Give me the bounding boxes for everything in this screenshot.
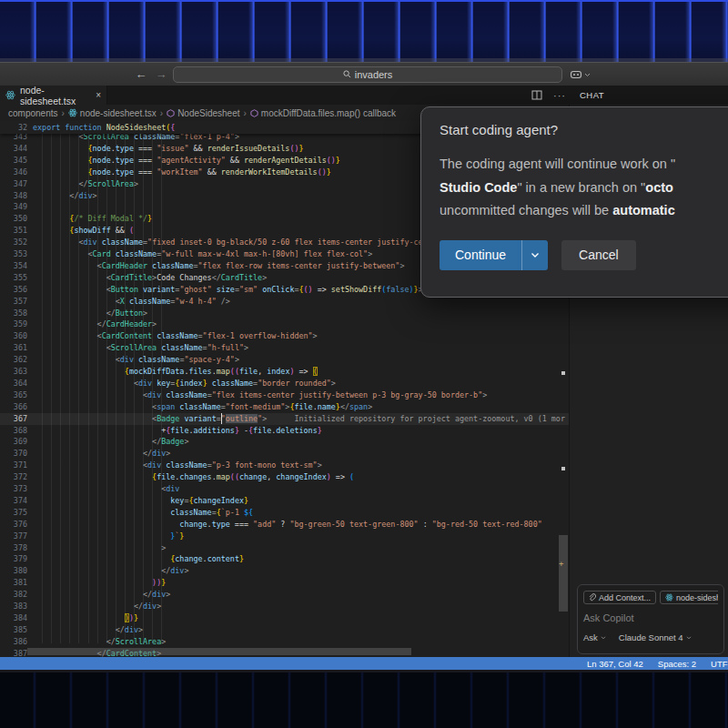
back-arrow-icon[interactable]: ← bbox=[133, 66, 149, 84]
breadcrumb-item[interactable]: mockDiffData.files.map() callback bbox=[250, 108, 396, 118]
dialog-body-line: uncommitted changes will be automatic bbox=[440, 199, 728, 223]
split-editor-icon[interactable] bbox=[531, 90, 542, 100]
code-text: ))} bbox=[27, 612, 138, 624]
code-text: </Badge> bbox=[27, 436, 188, 448]
line-number: 368 bbox=[0, 425, 27, 437]
code-line[interactable]: 360 <CardContent className="flex-1 overf… bbox=[0, 330, 569, 342]
line-number: 32 bbox=[0, 121, 27, 134]
continue-button[interactable]: Continue bbox=[440, 240, 548, 270]
react-icon bbox=[665, 593, 673, 602]
vertical-scrollbar[interactable] bbox=[559, 535, 568, 612]
line-number: 348 bbox=[0, 190, 27, 202]
code-text: <div className="p-3 font-mono text-sm"> bbox=[27, 460, 322, 471]
code-text: <ScrollArea className="h-full"> bbox=[27, 342, 248, 354]
code-line[interactable]: 380 </div> bbox=[0, 565, 569, 577]
line-number: 359 bbox=[0, 318, 27, 330]
code-line[interactable]: 372 {file.changes.map((change, changeInd… bbox=[0, 471, 569, 483]
code-line[interactable]: 370 </div> bbox=[0, 448, 569, 460]
tab-bar: node-sidesheet.tsx × ··· CHAT bbox=[0, 86, 728, 105]
code-line[interactable]: 358 </Button> bbox=[0, 308, 569, 319]
code-text: }`} bbox=[27, 531, 184, 542]
context-file-chip[interactable]: node-sidesheet.tsx bbox=[660, 591, 718, 604]
line-number: 381 bbox=[0, 577, 27, 589]
more-actions-icon[interactable]: ··· bbox=[553, 90, 566, 101]
statusbar-item[interactable]: UTF-8 bbox=[711, 659, 728, 669]
dialog-title: Start coding agent? bbox=[440, 122, 728, 137]
chat-input-box[interactable]: Add Context... node-sidesheet.tsx Ask Co… bbox=[577, 584, 724, 654]
breadcrumb-label: node-sidesheet.tsx bbox=[80, 108, 157, 118]
code-line[interactable]: 386 </ScrollArea> bbox=[0, 636, 569, 648]
code-line[interactable]: 362 <div className="space-y-4"> bbox=[0, 354, 569, 366]
code-text: {mockDiffData.files.map((file, index) =>… bbox=[27, 366, 318, 378]
code-text: > bbox=[27, 542, 166, 554]
chat-message-input[interactable]: Ask Copilot bbox=[583, 612, 718, 623]
search-value: invaders bbox=[355, 69, 393, 80]
search-icon bbox=[343, 70, 351, 78]
code-text: <div bbox=[27, 483, 179, 495]
panel-tab-chat[interactable]: CHAT bbox=[578, 86, 606, 106]
code-line[interactable]: 366 <span className="font-medium">{file.… bbox=[0, 401, 569, 413]
code-line[interactable]: 365 <div className="flex items-center ju… bbox=[0, 389, 569, 401]
code-line[interactable]: 369 </Badge> bbox=[0, 436, 569, 448]
breadcrumb-label: components bbox=[8, 108, 57, 118]
code-text: <div className="space-y-4"> bbox=[27, 354, 239, 366]
code-line[interactable]: 363 {mockDiffData.files.map((file, index… bbox=[0, 366, 569, 378]
breadcrumb-separator: › bbox=[160, 108, 163, 118]
horizontal-scrollbar[interactable] bbox=[27, 648, 411, 655]
code-line[interactable]: 376 change.type === "add" ? "bg-green-50… bbox=[0, 519, 569, 531]
code-line[interactable]: 384 ))} bbox=[0, 612, 569, 624]
code-line[interactable]: 368 +{file.additions} -{file.deletions} bbox=[0, 425, 569, 437]
code-line[interactable]: 379 {change.content} bbox=[0, 553, 569, 565]
code-line[interactable]: 377 }`} bbox=[0, 531, 569, 542]
line-number: 353 bbox=[0, 248, 27, 260]
add-context-button[interactable]: Add Context... bbox=[583, 591, 656, 604]
copilot-menu-button[interactable] bbox=[570, 66, 591, 83]
statusbar-item[interactable]: Spaces: 2 bbox=[658, 659, 696, 669]
forward-arrow-icon[interactable]: → bbox=[153, 66, 169, 84]
line-number: 356 bbox=[0, 284, 27, 296]
code-line[interactable]: 381 ))} bbox=[0, 577, 569, 589]
code-line[interactable]: 385 </div> bbox=[0, 624, 569, 636]
context-row: Add Context... node-sidesheet.tsx bbox=[583, 591, 718, 604]
code-line[interactable]: 373 <div bbox=[0, 483, 569, 495]
code-line[interactable]: 367 <Badge variant="outline"> Initialize… bbox=[0, 413, 569, 425]
code-line[interactable]: 382 </div> bbox=[0, 589, 569, 601]
line-number: 366 bbox=[0, 401, 27, 413]
close-icon[interactable]: × bbox=[96, 90, 101, 100]
breadcrumb-label: NodeSidesheet bbox=[177, 108, 239, 118]
status-bar: Ln 367, Col 42Spaces: 2UTF-8 bbox=[0, 657, 728, 670]
overview-ruler-marker bbox=[561, 371, 565, 375]
code-line[interactable]: 374 key={changeIndex} bbox=[0, 495, 569, 507]
continue-dropdown-button[interactable] bbox=[521, 240, 548, 270]
text-cursor bbox=[221, 413, 222, 424]
model-dropdown[interactable]: Claude Sonnet 4 bbox=[619, 632, 692, 642]
code-line[interactable]: 361 <ScrollArea className="h-full"> bbox=[0, 342, 569, 354]
statusbar-item[interactable]: Ln 367, Col 42 bbox=[587, 659, 643, 669]
code-text: {node.type === "workItem" && renderWorkI… bbox=[27, 167, 331, 178]
code-text: ))} bbox=[27, 577, 166, 589]
code-line[interactable]: 359 </CardHeader> bbox=[0, 318, 569, 330]
code-line[interactable]: 364 <div key={index} className="border r… bbox=[0, 378, 569, 389]
breadcrumb-item[interactable]: NodeSidesheet bbox=[167, 108, 239, 118]
breadcrumb-item[interactable]: node-sidesheet.tsx bbox=[68, 108, 157, 118]
code-line[interactable]: 375 className={`p-1 ${ bbox=[0, 507, 569, 519]
code-text: </div> bbox=[27, 601, 161, 612]
dialog-buttons: Continue Cancel bbox=[440, 240, 728, 270]
cancel-button[interactable]: Cancel bbox=[561, 240, 636, 270]
code-line[interactable]: 378 > bbox=[0, 542, 569, 554]
breadcrumb-separator: › bbox=[244, 108, 247, 118]
code-line[interactable]: 371 <div className="p-3 font-mono text-s… bbox=[0, 460, 569, 471]
breadcrumb-item[interactable]: components bbox=[8, 108, 57, 118]
line-number: 358 bbox=[0, 308, 27, 319]
line-number: 380 bbox=[0, 565, 27, 577]
code-text: change.type === "add" ? "bg-green-50 tex… bbox=[27, 519, 542, 531]
code-text: <div className="fixed inset-0 bg-black/5… bbox=[27, 237, 469, 248]
code-line[interactable]: 383 </div> bbox=[0, 601, 569, 612]
line-number: 372 bbox=[0, 471, 27, 483]
line-number: 350 bbox=[0, 213, 27, 225]
line-number: 371 bbox=[0, 460, 27, 471]
command-center-search[interactable]: invaders bbox=[173, 66, 562, 83]
tab-node-sidesheet[interactable]: node-sidesheet.tsx × bbox=[0, 86, 107, 105]
dialog-body-line: The coding agent will continue work on " bbox=[440, 153, 728, 177]
mode-dropdown[interactable]: Ask bbox=[583, 632, 606, 642]
